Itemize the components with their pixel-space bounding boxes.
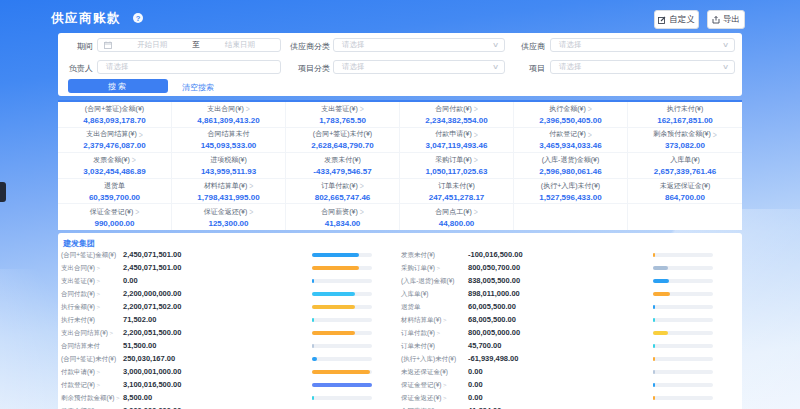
metric-label: 执行未付(¥): [61, 316, 95, 325]
metric-label[interactable]: 付款登记(¥) >: [61, 381, 100, 390]
metric-label[interactable]: 支出合同(¥) >: [61, 264, 100, 273]
summary-card[interactable]: 付款登记(¥)>3,465,934,033.46: [514, 128, 628, 154]
chevron-right-icon: >: [114, 395, 119, 401]
summary-card[interactable]: 保证金登记(¥)>990,000.00: [58, 204, 172, 230]
metric-label[interactable]: 采购订单(¥) >: [401, 264, 440, 273]
chevron-right-icon: >: [441, 317, 446, 323]
chevron-right-icon: >: [588, 130, 592, 138]
metric-value: 2,200,000,000.00: [123, 289, 181, 298]
metric-label[interactable]: 保证金返还(¥) >: [401, 394, 447, 403]
card-label: 发票金额(¥)>: [93, 155, 136, 165]
summary-card[interactable]: 执行金额(¥)>2,396,550,405.00: [514, 102, 628, 128]
metric-row: 支出签证(¥) >0.00(入库-退货)金额(¥)838,005,500.00: [58, 274, 742, 287]
metric-value: 60,005,500.00: [468, 302, 516, 311]
card-label: 保证金返还(¥)>: [204, 207, 254, 217]
card-label: 合同结算未付: [208, 129, 250, 139]
summary-card[interactable]: 采购订单(¥)>1,050,117,025.63: [400, 153, 514, 179]
summary-card[interactable]: 合同点工(¥)>44,800.00: [400, 204, 514, 230]
project-select[interactable]: 请选择 ∨: [550, 60, 735, 74]
metric-value: 71,502.00: [123, 315, 156, 324]
calendar-icon: [104, 41, 112, 49]
select-placeholder: 请选择: [559, 62, 582, 72]
summary-card[interactable]: 保证金返还(¥)>125,300.00: [172, 204, 286, 230]
chevron-right-icon: >: [135, 207, 139, 215]
customize-button[interactable]: 自定义: [654, 10, 699, 29]
metric-label[interactable]: 合同付款(¥) >: [61, 290, 100, 299]
summary-card[interactable]: 剩余预付款金额(¥)>373,082.00: [628, 128, 742, 154]
summary-card[interactable]: 订单付款(¥)>802,665,747.46: [286, 179, 400, 205]
card-label: (合同+签证)未付(¥): [313, 129, 372, 139]
metric-label[interactable]: 支出合同结算(¥) >: [61, 329, 113, 338]
metric-bar: [653, 357, 713, 361]
summary-card: 合同结算未付145,093,533.00: [172, 128, 286, 154]
card-label: 付款登记(¥)>: [549, 129, 592, 139]
summary-card[interactable]: 合同薪资(¥)>41,834.00: [286, 204, 400, 230]
search-button[interactable]: 搜索: [68, 79, 168, 93]
card-label: 订单付款(¥)>: [321, 181, 364, 191]
card-value: 41,834.00: [325, 219, 361, 228]
chevron-down-icon: ∨: [722, 63, 729, 71]
chevron-right-icon: >: [474, 207, 478, 215]
metric-bar: [312, 266, 372, 270]
metric-row: 支出合同结算(¥) >2,200,051,500.00订单付款(¥) >800,…: [58, 326, 742, 339]
metric-row: 合同结算未付51,500.00订单未付(¥)45,700.00: [58, 339, 742, 352]
metric-label[interactable]: 保证金登记(¥) >: [401, 381, 447, 390]
metric-value: 3,000,001,000.00: [123, 367, 181, 376]
clear-search-button[interactable]: 清空搜索: [182, 82, 214, 93]
card-label: 合同点工(¥)>: [435, 207, 478, 217]
chevron-right-icon: >: [474, 105, 478, 113]
supplier-select[interactable]: 请选择 ∨: [550, 38, 735, 52]
period-label: 期间: [58, 41, 93, 52]
card-value: 3,032,454,486.89: [83, 167, 145, 176]
metric-value: 0.00: [468, 393, 483, 402]
metric-row: 合同付款(¥) >2,200,000,000.00入库单(¥)898,011,0…: [58, 287, 742, 300]
metric-bar: [312, 396, 372, 400]
metric-bar: [653, 305, 713, 309]
metric-value: 68,005,500.00: [468, 315, 516, 324]
summary-card[interactable]: 发票金额(¥)>3,032,454,486.89: [58, 153, 172, 179]
summary-card[interactable]: 支出合同结算(¥)>2,379,476,087.00: [58, 128, 172, 154]
card-label: 支出合同结算(¥)>: [86, 129, 143, 139]
metric-label[interactable]: 付款申请(¥) >: [61, 368, 100, 377]
metric-label[interactable]: 剩余预付款金额(¥) >: [61, 394, 120, 403]
card-value: 2,596,980,061.46: [539, 167, 601, 176]
card-label: (入库-退货)金额(¥): [542, 155, 600, 165]
metric-bar: [312, 279, 372, 283]
metric-bar: [653, 318, 713, 322]
export-button[interactable]: 导出: [707, 10, 745, 29]
chevron-right-icon: >: [95, 304, 100, 310]
metric-bar-fill: [312, 253, 359, 257]
summary-card[interactable]: 付款申请(¥)>3,047,119,493.46: [400, 128, 514, 154]
metric-label[interactable]: 订单付款(¥) >: [401, 329, 440, 338]
card-label: 付款申请(¥)>: [435, 129, 478, 139]
metric-label: 退货单: [401, 303, 421, 312]
card-value: 802,665,747.46: [315, 193, 371, 202]
metric-label[interactable]: 材料结算单(¥) >: [401, 316, 447, 325]
summary-card[interactable]: 支出签证(¥)>1,783,765.50: [286, 102, 400, 128]
metric-bar: [653, 383, 713, 387]
card-label: (合同+签证)金额(¥): [85, 104, 144, 114]
card-value: 143,959,511.93: [201, 167, 256, 176]
metric-bar-fill: [312, 318, 314, 322]
metric-label[interactable]: 支出签证(¥) >: [61, 277, 100, 286]
card-label: 剩余预付款金额(¥)>: [653, 129, 717, 139]
card-label: 材料结算单(¥)>: [204, 181, 254, 191]
metric-label[interactable]: 执行金额(¥) >: [61, 303, 100, 312]
card-value: 373,082.00: [665, 141, 705, 150]
summary-card[interactable]: 材料结算单(¥)>1,798,431,995.00: [172, 179, 286, 205]
help-icon[interactable]: ?: [133, 13, 143, 23]
metric-bar: [653, 331, 713, 335]
chevron-right-icon: >: [132, 156, 136, 164]
edit-icon: [658, 16, 666, 24]
drawer-handle[interactable]: [0, 182, 6, 202]
metric-value: 51,500.00: [123, 341, 156, 350]
summary-card[interactable]: 支出合同(¥)>4,861,309,413.20: [172, 102, 286, 128]
metric-row: 付款登记(¥) >3,100,016,500.00保证金登记(¥) >0.00: [58, 378, 742, 391]
metric-value: -100,016,500.00: [468, 250, 523, 259]
start-date-placeholder[interactable]: 开始日期: [112, 40, 192, 50]
summary-card[interactable]: 合同付款(¥)>2,234,382,554.00: [400, 102, 514, 128]
metric-bar: [312, 357, 372, 361]
metric-bar: [312, 331, 372, 335]
summary-card: 入库单(¥)2,657,339,761.46: [628, 153, 742, 179]
card-value: -433,479,546.57: [313, 167, 371, 176]
